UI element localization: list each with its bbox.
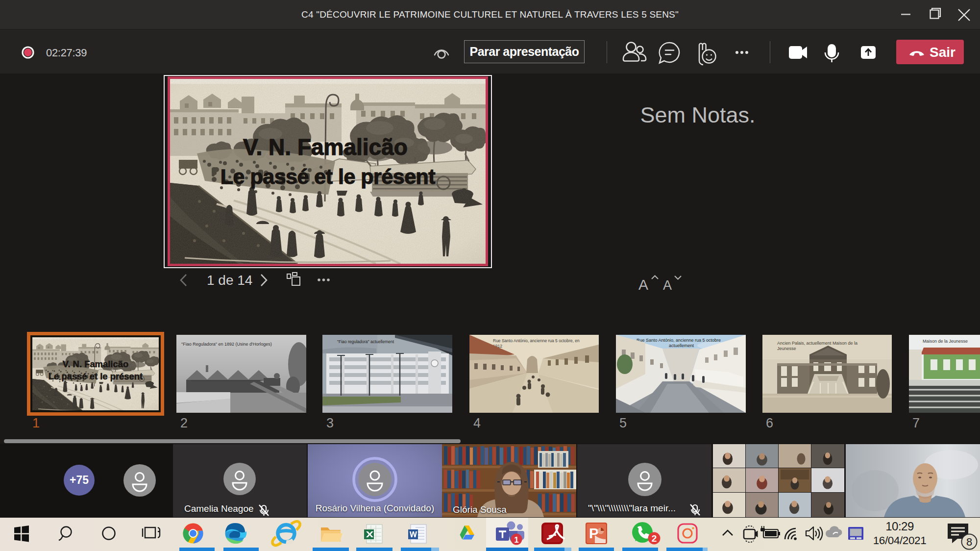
svg-text:"Fiao Reguladora" en 1892 (Usi: "Fiao Reguladora" en 1892 (Usine d'Horlo… <box>181 342 272 347</box>
svg-text:1 de 14: 1 de 14 <box>207 273 252 288</box>
svg-text:Le passé et le présent: Le passé et le présent <box>49 371 143 381</box>
svg-text:1: 1 <box>514 535 518 545</box>
svg-text:"Fiao reguladora" actuellement: "Fiao reguladora" actuellement <box>337 339 394 344</box>
svg-text:Jeunesse: Jeunesse <box>777 346 796 351</box>
svg-text:Ancien Palais, actuellement Ma: Ancien Palais, actuellement Maison de la <box>777 341 858 346</box>
svg-text:Glória Sousa: Glória Sousa <box>453 504 507 515</box>
svg-text:8: 8 <box>966 536 972 548</box>
svg-text:V. N. Famalicão: V. N. Famalicão <box>63 359 128 369</box>
svg-text:2: 2 <box>652 533 657 544</box>
svg-text:actuellement: actuellement <box>669 343 694 348</box>
svg-text:A: A <box>638 276 648 293</box>
svg-text:Maison de la Jeunesse: Maison de la Jeunesse <box>923 339 968 344</box>
svg-text:A: A <box>663 278 672 293</box>
svg-text:Rue Santo António, ancienne ru: Rue Santo António, ancienne rua 5 octobr… <box>493 338 580 343</box>
svg-text:P: P <box>589 525 599 541</box>
